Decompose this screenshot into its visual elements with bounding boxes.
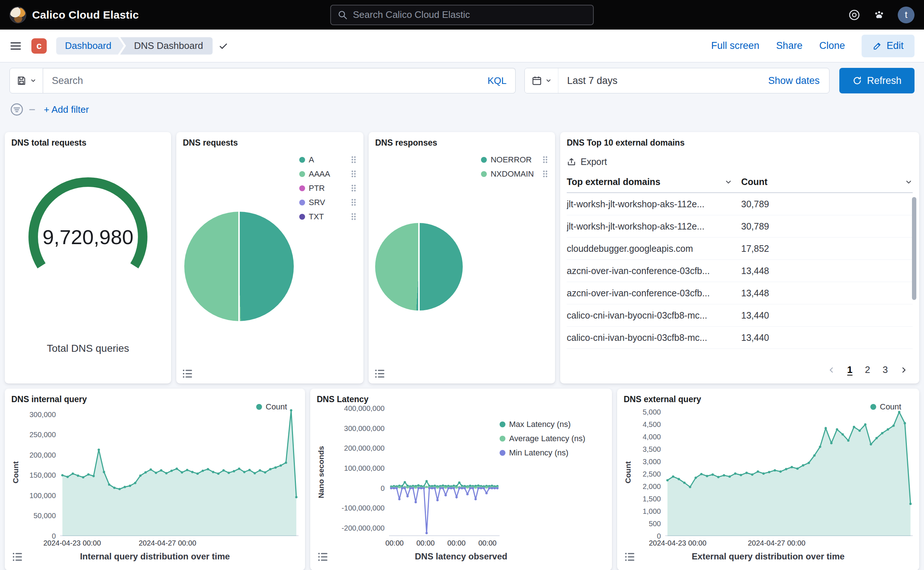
count-cell: 13,440 [741, 332, 913, 343]
app-title: Calico Cloud Elastic [32, 9, 139, 21]
legend-color-dot [870, 404, 876, 410]
table-row[interactable]: calico-cni-ivan-byocni-03cfb8-mc...13,44… [567, 326, 913, 349]
calico-logo[interactable] [9, 6, 26, 23]
ring-icon[interactable] [848, 9, 861, 21]
time-range-value[interactable]: Last 7 days [558, 75, 768, 86]
table-row[interactable]: azcni-over-ivan-conference-03cfb...13,44… [567, 260, 913, 282]
column-header-count[interactable]: Count [741, 177, 768, 187]
y-axis-tick-label: 300,000,000 [328, 424, 385, 432]
table-row[interactable]: azcni-over-ivan-conference-03cfb...13,44… [567, 282, 913, 304]
legend-color-dot [500, 421, 506, 428]
dns-responses-pie-chart[interactable] [375, 223, 463, 311]
drag-handle-icon[interactable] [351, 199, 356, 206]
external-query-chart[interactable] [665, 408, 913, 536]
drag-handle-icon[interactable] [542, 170, 548, 178]
legend-item[interactable]: TXT [299, 210, 356, 224]
page-number[interactable]: 2 [865, 364, 870, 375]
breadcrumb-dashboard[interactable]: Dashboard [56, 37, 124, 55]
column-sort-icon[interactable] [724, 178, 732, 186]
legend-item[interactable]: Average Latency (ns) [500, 431, 605, 446]
share-button[interactable]: Share [776, 40, 803, 51]
panel-title: DNS external query [624, 394, 913, 405]
kql-search-box[interactable]: KQL [43, 68, 516, 93]
count-cell: 13,448 [741, 266, 913, 276]
page-number[interactable]: 1 [847, 364, 852, 375]
filter-icon[interactable] [9, 102, 24, 117]
kql-button[interactable]: KQL [487, 75, 507, 86]
latency-chart[interactable] [389, 408, 500, 536]
legend-item[interactable]: SRV [299, 195, 356, 210]
gauge-chart: 9,720,980 [11, 131, 165, 343]
breadcrumb-dns-dashboard[interactable]: DNS Dashboard [120, 37, 212, 55]
page-number[interactable]: 3 [883, 364, 888, 375]
legend-item[interactable]: Min Latency (ns) [500, 446, 605, 460]
prev-page-icon[interactable] [827, 366, 836, 374]
legend-toggle-icon[interactable] [182, 368, 193, 379]
saved-query-button[interactable] [9, 68, 43, 93]
domain-cell: jlt-worksh-jlt-workshop-aks-112e... [567, 221, 741, 232]
search-input[interactable] [52, 75, 482, 86]
full-screen-button[interactable]: Full screen [711, 40, 759, 51]
pie-slice-divider [238, 211, 240, 321]
panel-dns-internal-query: DNS internal query Count Count 300,00025… [5, 389, 305, 570]
column-sort-icon[interactable] [905, 178, 913, 186]
calendar-button[interactable] [525, 68, 558, 93]
y-axis-tick-label: 5,000 [634, 408, 661, 416]
x-axis-ticks: 00:0000:0000:0000:00 [389, 538, 500, 549]
table-row[interactable]: clouddebugger.googleapis.com17,852 [567, 238, 913, 260]
legend-toggle-icon[interactable] [374, 368, 385, 379]
global-search-input[interactable] [353, 9, 587, 20]
y-axis-tick-label: 0 [328, 484, 385, 492]
legend-color-dot [299, 199, 305, 205]
y-axis-tick-label: 100,000,000 [328, 464, 385, 473]
table-scrollbar[interactable] [912, 197, 916, 300]
global-search[interactable] [330, 5, 594, 25]
next-page-icon[interactable] [899, 366, 908, 374]
legend-item[interactable]: NOERROR [481, 153, 548, 167]
edit-button[interactable]: Edit [861, 35, 915, 57]
count-cell: 17,852 [741, 244, 913, 254]
filter-divider [29, 109, 35, 110]
drag-handle-icon[interactable] [542, 156, 548, 164]
legend-toggle-icon[interactable] [317, 552, 328, 562]
legend-toggle-icon[interactable] [624, 552, 635, 562]
clone-button[interactable]: Clone [819, 40, 845, 51]
drag-handle-icon[interactable] [351, 213, 356, 221]
add-filter-button[interactable]: + Add filter [44, 104, 89, 115]
table-row[interactable]: jlt-worksh-jlt-workshop-aks-112e...30,78… [567, 215, 913, 238]
filter-bar: + Add filter [0, 93, 924, 118]
export-button[interactable]: Export [567, 156, 607, 167]
legend-item[interactable]: PTR [299, 181, 356, 195]
space-avatar[interactable]: c [31, 38, 47, 54]
legend-label: Count [880, 402, 913, 412]
legend-item[interactable]: A [299, 153, 356, 167]
refresh-button[interactable]: Refresh [839, 68, 915, 93]
x-axis-ticks: 2024-04-23 00:002024-04-27 00:00 [60, 538, 299, 549]
panel-dns-responses: DNS responses NOERRORNXDOMAIN [369, 132, 555, 383]
dashboard-grid: DNS total requests 9,720,980 Total DNS q… [0, 118, 924, 570]
show-dates-button[interactable]: Show dates [768, 75, 829, 86]
x-axis-tick-label: 00:00 [447, 539, 466, 547]
legend-item[interactable]: NXDOMAIN [481, 167, 548, 181]
internal-query-chart[interactable] [60, 408, 299, 536]
legend-item[interactable]: AAAA [299, 167, 356, 181]
page-numbers: 123 [847, 364, 888, 375]
legend-toggle-icon[interactable] [12, 552, 23, 562]
drag-handle-icon[interactable] [351, 156, 356, 164]
paw-icon[interactable] [873, 9, 885, 21]
table-row[interactable]: calico-cni-ivan-byocni-03cfb8-mc...13,44… [567, 304, 913, 326]
dns-requests-pie-chart[interactable] [184, 211, 294, 321]
menu-hamburger-icon[interactable] [9, 40, 22, 52]
column-header-domains[interactable]: Top external domains [567, 177, 660, 187]
drag-handle-icon[interactable] [351, 184, 356, 192]
drag-handle-icon[interactable] [351, 170, 356, 178]
legend-item[interactable]: Count [256, 400, 299, 414]
table-row[interactable]: jlt-worksh-jlt-workshop-aks-112e...30,78… [567, 193, 913, 215]
count-cell: 13,440 [741, 310, 913, 321]
legend-item[interactable]: Max Latency (ns) [500, 417, 605, 431]
legend-label: Max Latency (ns) [509, 420, 605, 429]
gauge-arc [33, 182, 143, 266]
legend-item[interactable]: Count [870, 400, 913, 414]
panel-title: DNS Latency [317, 394, 605, 405]
user-avatar[interactable]: t [898, 6, 915, 23]
